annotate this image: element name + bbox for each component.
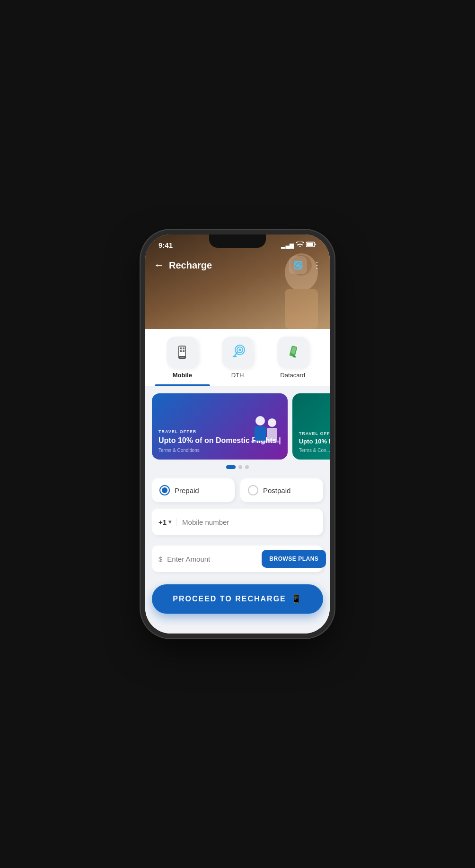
tab-mobile[interactable]: Mobile xyxy=(155,337,210,386)
status-time: 9:41 xyxy=(158,241,173,249)
svg-rect-14 xyxy=(180,350,182,352)
main-content: Mobile DTH xyxy=(145,329,330,634)
dots-indicator xyxy=(145,463,330,475)
status-icons: ▂▄▆ xyxy=(281,242,317,249)
svg-rect-1 xyxy=(307,243,313,246)
svg-point-6 xyxy=(298,265,301,268)
proceed-to-recharge-button[interactable]: PROCEED TO RECHARGE 📱 xyxy=(152,584,323,614)
svg-point-26 xyxy=(268,418,276,427)
dot-2 xyxy=(238,465,242,469)
offers-section: TRAVEL OFFER Upto 10% of on Domestic Fli… xyxy=(145,386,330,463)
notch xyxy=(209,234,266,248)
datacard-tab-label: Datacard xyxy=(280,372,305,379)
dth-icon-wrap xyxy=(222,337,253,368)
mobile-tab-label: Mobile xyxy=(173,372,192,379)
dot-3 xyxy=(245,465,249,469)
svg-rect-28 xyxy=(251,441,279,443)
postpaid-radio xyxy=(248,485,258,495)
mobile-icon-wrap xyxy=(167,337,198,368)
amount-input-wrap: $ BROWSE PLANS xyxy=(152,546,323,572)
svg-rect-11 xyxy=(180,357,185,358)
svg-point-5 xyxy=(296,263,299,266)
svg-rect-13 xyxy=(183,347,185,349)
country-code-selector[interactable]: +1 ▾ xyxy=(158,518,176,526)
prepaid-radio xyxy=(159,485,170,495)
tab-datacard[interactable]: Datacard xyxy=(265,337,320,386)
phone-shell: 9:41 ▂▄▆ xyxy=(145,234,330,634)
svg-rect-3 xyxy=(285,289,318,329)
offer-title-2: Upto 10% Flights | xyxy=(299,438,330,446)
svg-rect-27 xyxy=(267,428,277,441)
dth-tab-label: DTH xyxy=(231,372,244,379)
svg-rect-15 xyxy=(183,350,185,352)
offer-card-1[interactable]: TRAVEL OFFER Upto 10% of on Domestic Fli… xyxy=(152,393,288,460)
more-options-button[interactable]: ⋮ xyxy=(313,260,321,270)
amount-input-section: $ BROWSE PLANS xyxy=(145,543,330,575)
svg-point-18 xyxy=(239,349,241,351)
amount-input[interactable] xyxy=(167,555,257,563)
postpaid-label: Postpaid xyxy=(263,486,290,495)
country-code-value: +1 xyxy=(158,518,167,526)
wifi-icon xyxy=(296,242,304,249)
phone-input-section: +1 ▾ xyxy=(145,506,330,538)
currency-symbol: $ xyxy=(158,555,162,563)
datacard-icon-wrap xyxy=(277,337,308,368)
offer-card-2[interactable]: TRAVEL OFF... Upto 10% Flights | Terms &… xyxy=(292,393,330,460)
payment-type-row: Prepaid Postpaid xyxy=(145,475,330,506)
svg-rect-25 xyxy=(255,426,266,441)
phone-recharge-icon: 📱 xyxy=(291,594,302,604)
phone-input-wrap: +1 ▾ xyxy=(152,509,323,535)
mobile-tab-indicator xyxy=(155,384,210,386)
svg-point-24 xyxy=(255,416,265,425)
offer-icon-button[interactable] xyxy=(289,256,307,274)
browse-plans-button[interactable]: BROWSE PLANS xyxy=(262,550,326,568)
dth-tab-indicator xyxy=(210,384,265,386)
offer-illustration xyxy=(246,412,284,455)
svg-rect-12 xyxy=(180,347,182,349)
prepaid-label: Prepaid xyxy=(175,486,199,495)
offer-terms-2: Terms & Con... xyxy=(299,448,330,453)
signal-icon: ▂▄▆ xyxy=(281,242,294,249)
back-button[interactable]: ← xyxy=(154,259,164,271)
postpaid-button[interactable]: Postpaid xyxy=(240,478,323,502)
battery-icon xyxy=(306,242,317,249)
page-title: Recharge xyxy=(169,260,289,271)
dot-1 xyxy=(226,465,236,469)
phone-number-input[interactable] xyxy=(176,518,317,526)
tab-dth[interactable]: DTH xyxy=(210,337,265,386)
nav-bar: ← Recharge ⋮ xyxy=(145,252,330,279)
category-tabs: Mobile DTH xyxy=(145,329,330,386)
datacard-tab-indicator xyxy=(265,384,320,386)
proceed-button-label: PROCEED TO RECHARGE xyxy=(173,595,286,603)
prepaid-button[interactable]: Prepaid xyxy=(152,478,235,502)
prepaid-radio-inner xyxy=(162,487,167,493)
offer-tag-2: TRAVEL OFF... xyxy=(299,431,330,436)
chevron-down-icon: ▾ xyxy=(168,519,171,525)
